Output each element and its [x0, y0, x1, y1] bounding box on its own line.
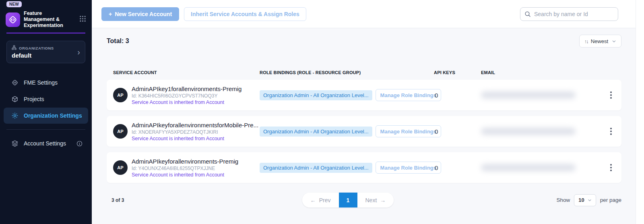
manage-role-bindings-button[interactable]: Manage Role Bindings	[376, 125, 441, 137]
sidebar-item-account-settings[interactable]: Account Settings	[4, 135, 88, 151]
pager: ← Prev 1 Next →	[302, 193, 394, 207]
sidebar-item-label: Projects	[24, 96, 44, 102]
organizations-label: ORGANIZATIONS	[19, 46, 54, 50]
organization-name: default	[12, 52, 80, 59]
next-page-button[interactable]: Next →	[357, 193, 394, 207]
row-menu-kebab-icon[interactable]	[605, 126, 617, 137]
search-input[interactable]	[534, 11, 614, 17]
service-account-name: AdminAPIkeyforallenvironments-Premig	[132, 158, 238, 165]
sidebar-item-projects[interactable]: Projects	[4, 91, 88, 107]
sidebar-item-label: Account Settings	[24, 140, 66, 147]
sort-dropdown[interactable]: ↑↓ Newest	[579, 35, 621, 48]
arrow-right-icon: →	[380, 197, 386, 203]
table-row: AP AdminAPIkeyforallenvironmentsforMobil…	[107, 116, 621, 147]
pagination-row: 3 of 3 ← Prev 1 Next → Show 10	[107, 193, 621, 207]
avatar: AP	[113, 160, 128, 175]
next-label: Next	[365, 197, 377, 203]
email-redacted	[481, 164, 576, 171]
avatar: AP	[113, 124, 128, 139]
column-header-api-keys: API KEYS	[434, 70, 481, 75]
api-keys-count: 0	[434, 128, 481, 135]
inherited-link[interactable]: Service Account is inherited from Accoun…	[132, 172, 238, 178]
content: Total: 3 ↑↓ Newest SERVICE ACCOUNT ROLE …	[92, 28, 636, 224]
inherit-service-accounts-button[interactable]: Inherit Service Accounts & Assign Roles	[184, 7, 306, 21]
column-header-service-account: SERVICE ACCOUNT	[113, 70, 260, 75]
active-page-button[interactable]: 1	[339, 193, 357, 207]
service-account-id: Id: Y4OUNXZ46A6IBL6255QTPXJJNE	[132, 166, 238, 171]
service-account-name: AdminAPIkey1forallenvironments-Premig	[132, 85, 242, 92]
layers-icon	[11, 140, 19, 147]
api-keys-count: 0	[434, 92, 481, 99]
search-icon	[524, 11, 531, 17]
topbar: + New Service Account Inherit Service Ac…	[92, 0, 636, 28]
sidebar-divider	[6, 129, 85, 130]
organization-selector[interactable]: ORGANIZATIONS default ›	[6, 41, 85, 63]
show-label: Show	[556, 197, 570, 203]
new-service-account-button[interactable]: + New Service Account	[101, 7, 179, 21]
total-count: Total: 3	[107, 37, 129, 45]
per-page-label: per page	[600, 197, 621, 203]
role-binding-badge: Organization Admin - All Organization Le…	[260, 127, 372, 137]
table-row: AP AdminAPIkeyforallenvironments-Premig …	[107, 152, 621, 183]
search-box[interactable]	[520, 7, 618, 21]
content-header: Total: 3 ↑↓ Newest	[107, 28, 621, 54]
sidebar-menu: FME Settings Projects Or	[0, 75, 92, 151]
manage-role-bindings-button[interactable]: Manage Role Bindings	[376, 162, 441, 174]
row-menu-kebab-icon[interactable]	[605, 162, 617, 173]
row-menu-kebab-icon[interactable]	[605, 89, 617, 101]
new-badge: NEW	[6, 1, 22, 7]
plus-icon: +	[109, 11, 112, 17]
gear-icon	[11, 112, 19, 119]
column-header-role-bindings: ROLE BINDINGS (ROLE - RESOURCE GROUP)	[260, 70, 434, 75]
service-account-name: AdminAPIkeyforallenvironmentsforMobile-P…	[132, 122, 258, 129]
pagination-count: 3 of 3	[107, 197, 179, 203]
app-logo-icon	[6, 12, 20, 27]
page-size-value: 10	[578, 197, 584, 203]
inherited-link[interactable]: Service Account is inherited from Accoun…	[132, 100, 242, 105]
page-size-group: Show 10 per page	[556, 194, 621, 206]
manage-role-bindings-button[interactable]: Manage Role Bindings	[376, 89, 441, 101]
sidebar-item-organization-settings[interactable]: Organization Settings	[4, 108, 88, 124]
column-header-email: EMAIL	[481, 70, 601, 75]
sort-value: Newest	[591, 38, 608, 44]
chevron-down-icon	[588, 198, 592, 202]
sort-arrows-icon: ↑↓	[584, 38, 588, 44]
fme-settings-icon	[11, 79, 19, 86]
app-root: NEW Feature Management & Experimentation	[0, 0, 644, 224]
sidebar-item-label: FME Settings	[24, 79, 58, 86]
inherited-link[interactable]: Service Account is inherited from Accoun…	[132, 136, 258, 141]
prev-page-button[interactable]: ← Prev	[302, 193, 339, 207]
service-account-id: Id: K364HIC5RI6GZGYCPVST7NOQ3Y	[132, 93, 242, 99]
sidebar-item-fme-settings[interactable]: FME Settings	[4, 75, 88, 91]
new-service-account-label: New Service Account	[115, 11, 172, 17]
org-hierarchy-icon	[12, 45, 17, 51]
arrow-left-icon: ←	[310, 197, 316, 203]
page-size-dropdown[interactable]: 10	[574, 194, 596, 206]
chevron-right-icon: ›	[77, 48, 80, 56]
app-switcher-icon[interactable]	[79, 15, 86, 24]
sidebar-header: NEW Feature Management & Experimentation	[0, 0, 92, 33]
api-keys-count: 0	[434, 164, 481, 171]
avatar: AP	[113, 88, 128, 102]
table-header-row: SERVICE ACCOUNT ROLE BINDINGS (ROLE - RE…	[107, 54, 621, 80]
role-binding-badge: Organization Admin - All Organization Le…	[260, 90, 372, 100]
service-account-id: Id: XNOERAFYYA5XPDEZ7AOQTJKIRI	[132, 129, 258, 135]
main-area: + New Service Account Inherit Service Ac…	[92, 0, 636, 224]
role-binding-badge: Organization Admin - All Organization Le…	[260, 163, 372, 173]
info-icon[interactable]	[76, 141, 83, 147]
chevron-down-icon	[612, 39, 616, 44]
accent-divider	[6, 33, 85, 33]
app-title: Feature Management & Experimentation	[24, 10, 71, 29]
sidebar: NEW Feature Management & Experimentation	[0, 0, 92, 224]
email-redacted	[481, 91, 576, 99]
email-redacted	[481, 128, 576, 135]
prev-label: Prev	[319, 197, 331, 203]
cube-icon	[11, 95, 19, 103]
sidebar-item-label: Organization Settings	[24, 112, 82, 119]
table-row: AP AdminAPIkey1forallenvironments-Premig…	[107, 80, 621, 110]
